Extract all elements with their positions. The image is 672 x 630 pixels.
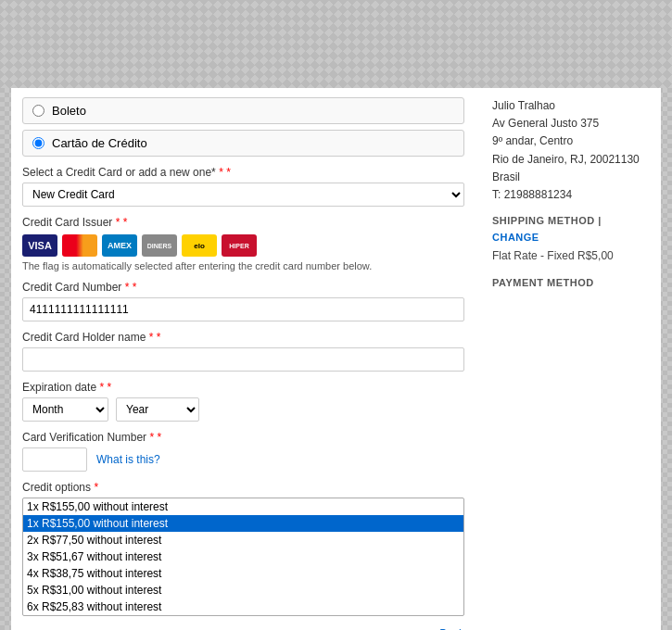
- address-name: Julio Tralhao: [492, 97, 650, 115]
- mastercard-icon: [62, 234, 97, 257]
- address-floor: 9º andar, Centro: [492, 132, 650, 150]
- card-holder-label: Credit Card Holder name * *: [22, 331, 464, 344]
- content-area: Boleto Cartão de Crédito Select a Credit…: [22, 97, 650, 630]
- month-select[interactable]: MonthJanuaryFebruaryMarchAprilMayJuneJul…: [22, 397, 108, 422]
- hipercard-icon: HIPER: [222, 234, 257, 257]
- address-street: Av General Justo 375: [492, 115, 650, 132]
- page-wrapper: Boleto Cartão de Crédito Select a Credit…: [0, 0, 672, 630]
- amex-icon: AMEX: [102, 234, 137, 257]
- credit-options-section: Credit options * 1x R$155,00 without int…: [22, 481, 464, 616]
- main-content: Boleto Cartão de Crédito Select a Credit…: [11, 88, 661, 630]
- boleto-radio[interactable]: [32, 105, 44, 117]
- credit-options-select[interactable]: 1x R$155,00 without interest1x R$155,00 …: [22, 498, 464, 616]
- diners-icon: DINERS: [142, 234, 177, 257]
- flag-hint: The flag is automatically selected after…: [22, 260, 464, 271]
- left-panel: Boleto Cartão de Crédito Select a Credit…: [22, 97, 483, 630]
- select-card-label: Select a Credit Card or add a new one* *…: [22, 166, 464, 179]
- cvv-label: Card Verification Number * *: [22, 431, 464, 444]
- cvv-section: Card Verification Number * * What is thi…: [22, 431, 464, 472]
- card-issuer-label: Credit Card Issuer * *: [22, 216, 464, 229]
- address-country: Brasil: [492, 169, 650, 186]
- address-city: Rio de Janeiro, RJ, 20021130: [492, 151, 650, 169]
- shipping-method-label: SHIPPING METHOD | CHANGE: [492, 213, 650, 246]
- address-phone: T: 21988881234: [492, 186, 650, 204]
- boleto-label[interactable]: Boleto: [52, 104, 86, 118]
- card-icons-row: VISA AMEX DINERS elo HIPER: [22, 234, 464, 257]
- credit-card-radio[interactable]: [32, 137, 44, 149]
- top-bar: [0, 0, 672, 88]
- visa-icon: VISA: [22, 234, 57, 257]
- credit-card-label[interactable]: Cartão de Crédito: [52, 136, 147, 150]
- right-panel: Julio Tralhao Av General Justo 375 9º an…: [483, 97, 650, 630]
- cvv-row: What is this?: [22, 447, 464, 472]
- elo-icon: elo: [182, 234, 217, 257]
- address-block: Julio Tralhao Av General Justo 375 9º an…: [492, 97, 650, 204]
- flat-rate-text: Flat Rate - Fixed R$5,00: [492, 247, 650, 265]
- card-holder-input[interactable]: [22, 347, 464, 372]
- card-issuer-section: Credit Card Issuer * * VISA AMEX DINERS …: [22, 216, 464, 271]
- payment-method-label: PAYMENT METHOD: [492, 275, 650, 292]
- card-number-label: Credit Card Number * *: [22, 281, 464, 294]
- credit-card-option[interactable]: Cartão de Crédito: [22, 130, 464, 157]
- expiration-section: Expiration date * * MonthJanuaryFebruary…: [22, 381, 464, 422]
- what-is-this-link[interactable]: What is this?: [96, 453, 160, 466]
- expiration-label: Expiration date * *: [22, 381, 464, 394]
- card-holder-section: Credit Card Holder name * *: [22, 331, 464, 372]
- year-select[interactable]: Year202420252026202720282029203020312032…: [116, 397, 199, 422]
- credit-options-label: Credit options *: [22, 481, 464, 494]
- select-card-dropdown[interactable]: New Credit Card: [22, 183, 464, 207]
- shipping-change-link[interactable]: CHANGE: [492, 232, 539, 243]
- card-number-input[interactable]: [22, 297, 464, 321]
- boleto-option[interactable]: Boleto: [22, 97, 464, 124]
- card-number-section: Credit Card Number * *: [22, 281, 464, 321]
- cvv-input[interactable]: [22, 447, 87, 472]
- expiry-row: MonthJanuaryFebruaryMarchAprilMayJuneJul…: [22, 397, 464, 422]
- select-card-section: Select a Credit Card or add a new one* *…: [22, 166, 464, 207]
